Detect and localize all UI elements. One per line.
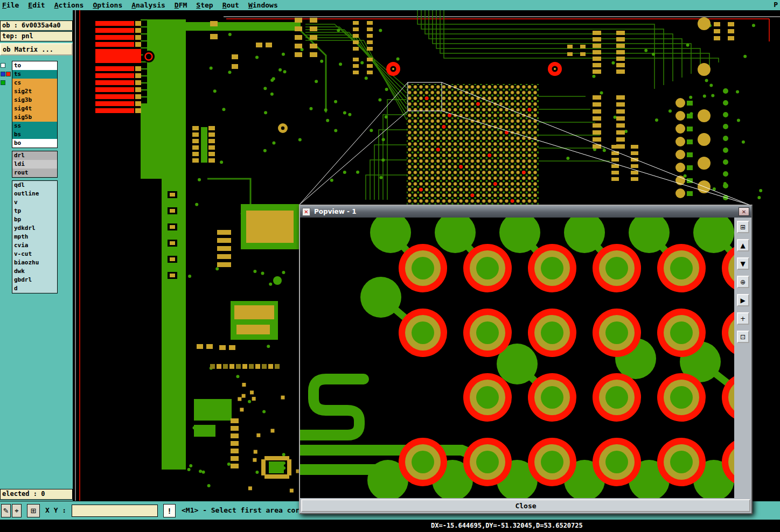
popview-artwork[interactable] (300, 218, 734, 498)
layer-swatch-slot-bo[interactable] (0, 138, 12, 147)
menu-step[interactable]: Step (196, 1, 213, 9)
move-view-icon[interactable]: + (737, 312, 749, 325)
layer-swatch-slot-bp[interactable] (0, 215, 12, 223)
layer-row-v-cut[interactable]: v-cut (12, 250, 57, 258)
layer-row-outline[interactable]: outline (12, 190, 57, 198)
layer-swatch-slot-ss[interactable] (0, 121, 12, 130)
layer-row-bs[interactable]: bs (12, 130, 57, 139)
layer-swatch-slot-gbdrl[interactable] (0, 275, 12, 284)
layer-swatch-slot-dwk[interactable] (0, 267, 12, 275)
menu-rout[interactable]: Rout (222, 1, 239, 9)
layer-row-sig2t[interactable]: sig2t (12, 87, 57, 96)
menu-windows[interactable]: Windows (248, 1, 278, 9)
popview-logo-icon: ✕ (302, 208, 310, 216)
layer-swatch-slot-cs[interactable] (0, 78, 12, 87)
layer-swatch-slot-cvia[interactable] (0, 241, 12, 249)
menu-dfm[interactable]: DFM (175, 1, 187, 9)
layer-swatch-slot-sig3b[interactable] (0, 95, 12, 104)
layer-swatch-slot-mpth[interactable] (0, 232, 12, 241)
layer-swatch-slot-sig5b[interactable] (0, 113, 12, 121)
zoom-in-icon[interactable]: ⊕ (737, 276, 749, 288)
layer-color-swatch[interactable] (1, 72, 5, 76)
menu-file[interactable]: File (2, 1, 19, 9)
layer-row-dwk[interactable]: dwk (12, 267, 57, 276)
layer-cells: qdloutlinevtpbpydkdrlmpthcviav-cutbiaozh… (12, 180, 58, 293)
menu-analysis[interactable]: Analysis (131, 1, 165, 9)
crosshair-icon[interactable]: ⌖ (12, 504, 22, 517)
layer-row-mpth[interactable]: mpth (12, 233, 57, 241)
layer-swatch-slot-ydkdrl[interactable] (0, 223, 12, 232)
layer-swatch-slot-to[interactable] (0, 61, 12, 69)
step-field[interactable]: tep: pnl (0, 31, 73, 41)
layer-swatch-slot-qdl[interactable] (0, 180, 12, 189)
layer-group: totscssig2tsig3bsig4tsig5bssbsbo (0, 61, 58, 148)
layer-swatch-slot-d[interactable] (0, 284, 12, 292)
layer-row-rout[interactable]: rout (12, 169, 57, 177)
layer-row-sig5b[interactable]: sig5b (12, 113, 57, 122)
xy-input[interactable] (72, 505, 158, 517)
layer-swatch-slot-sig2t[interactable] (0, 87, 12, 95)
layer-row-drl[interactable]: drl (12, 151, 57, 160)
layer-row-biaozhu[interactable]: biaozhu (12, 258, 57, 267)
menu-edit[interactable]: Edit (28, 1, 45, 9)
layer-row-v[interactable]: v (12, 198, 57, 207)
window-icon[interactable]: ⊞ (737, 221, 749, 233)
menu-items: FileEditActionsOptionsAnalysisDFMStepRou… (0, 1, 278, 9)
layer-row-bo[interactable]: bo (12, 139, 57, 148)
prompt-message: <M1> - Select first area corner (182, 506, 312, 514)
layer-row-ss[interactable]: ss (12, 122, 57, 130)
layer-row-d[interactable]: d (12, 284, 57, 293)
status-bar: DX=-15.644695,DY=-51.32045,D=53.6520725 (0, 520, 780, 532)
popview-close-button[interactable]: Close (301, 499, 750, 512)
alert-button[interactable]: ! (163, 504, 176, 517)
layer-cells: drlldirout (12, 151, 58, 178)
popview-close-icon[interactable]: ✕ (739, 207, 749, 216)
layer-row-bp[interactable]: bp (12, 215, 57, 224)
layer-row-sig3b[interactable]: sig3b (12, 96, 57, 104)
pan-down-icon[interactable]: ▼ (737, 257, 749, 270)
layer-row-ldi[interactable]: ldi (12, 160, 57, 169)
layer-swatch-slot-bs[interactable] (0, 130, 12, 138)
layer-color-swatch[interactable] (1, 80, 5, 85)
layer-row-cs[interactable]: cs (12, 79, 57, 87)
layer-row-ydkdrl[interactable]: ydkdrl (12, 224, 57, 233)
left-panel: ob : 6v0035a4a0 tep: pnl ob Matrix ... t… (0, 10, 73, 501)
layer-row-cvia[interactable]: cvia (12, 241, 57, 250)
menu-actions[interactable]: Actions (54, 1, 84, 9)
layer-row-to[interactable]: to (12, 61, 57, 70)
menu-item-right[interactable]: P (774, 1, 778, 9)
popview-titlebar[interactable]: ✕ Popview - 1 ✕ (300, 206, 751, 218)
layer-swatch-slot-v[interactable] (0, 198, 12, 206)
layer-color-swatch[interactable] (1, 63, 5, 68)
menu-options[interactable]: Options (93, 1, 122, 9)
layer-row-sig4t[interactable]: sig4t (12, 104, 57, 113)
layer-swatch-slot-ldi[interactable] (0, 159, 12, 168)
layer-row-ts[interactable]: ts (12, 70, 57, 79)
layer-row-tp[interactable]: tp (12, 207, 57, 215)
popview-close-bar: Close (300, 498, 751, 513)
pan-right-icon[interactable]: ▶ (737, 294, 749, 306)
layer-swatch-slot-ts[interactable] (0, 69, 12, 78)
job-field[interactable]: ob : 6v0035a4a0 (0, 20, 73, 31)
layer-swatch-slot-sig4t[interactable] (0, 104, 12, 113)
popview-title: Popview - 1 (314, 208, 356, 215)
layer-swatch-slot-v-cut[interactable] (0, 249, 12, 258)
layer-swatch-slot-drl[interactable] (0, 151, 12, 159)
layer-swatch-slot-tp[interactable] (0, 206, 12, 215)
layer-swatch-slot-outline[interactable] (0, 189, 12, 198)
center-view-icon[interactable]: ⊡ (737, 331, 749, 343)
grid-icon[interactable]: ⊞ (27, 504, 40, 517)
layer-swatch-slot-rout[interactable] (0, 168, 12, 177)
menu-bar: FileEditActionsOptionsAnalysisDFMStepRou… (0, 0, 780, 10)
layer-cells: totscssig2tsig3bsig4tsig5bssbsbo (12, 61, 58, 148)
pan-up-icon[interactable]: ▲ (737, 239, 749, 251)
draw-icon[interactable]: ✎ (1, 504, 11, 517)
layer-row-gbdrl[interactable]: gbdrl (12, 276, 57, 284)
layer-swatch-column (0, 151, 12, 178)
layer-swatch-slot-biaozhu[interactable] (0, 258, 12, 267)
layer-row-qdl[interactable]: qdl (12, 181, 57, 190)
job-matrix-button[interactable]: ob Matrix ... (0, 43, 73, 55)
popview-window[interactable]: ✕ Popview - 1 ✕ ⊞▲▼⊕▶+⊡ Close (299, 205, 753, 514)
popview-toolbar: ⊞▲▼⊕▶+⊡ (734, 218, 751, 498)
layer-color-swatch[interactable] (6, 72, 11, 76)
